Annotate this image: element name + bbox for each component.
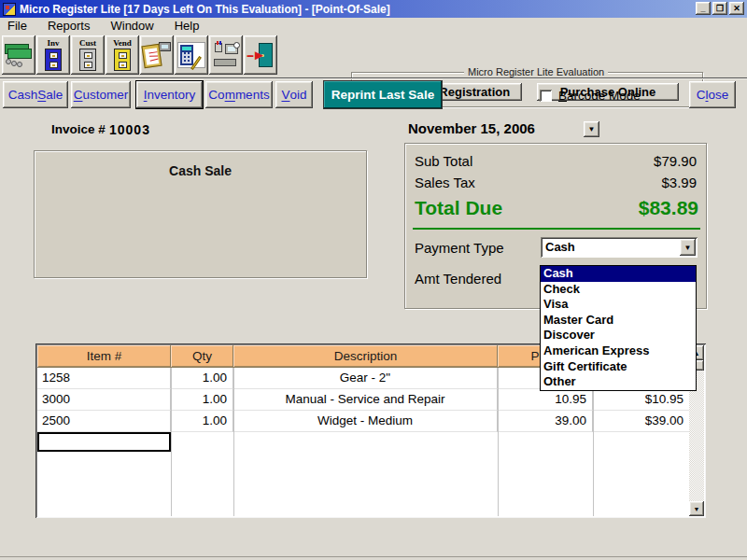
cell-item: 1258 xyxy=(37,368,171,389)
cell-price: 39.00 xyxy=(498,411,593,432)
payment-option[interactable]: Visa xyxy=(541,297,696,313)
amt-tendered-label: Amt Tendered xyxy=(415,271,501,287)
cell-qty: 1.00 xyxy=(171,368,233,389)
sub-total-label: Sub Total xyxy=(415,153,472,169)
register-setup-toolbar-button[interactable] xyxy=(209,35,243,75)
point-of-sale-toolbar-button[interactable] xyxy=(175,35,208,75)
payment-option[interactable]: Cash xyxy=(541,266,696,282)
payment-dropdown-button[interactable]: ▼ xyxy=(680,239,696,256)
menu-window[interactable]: Window xyxy=(110,19,153,33)
payment-type-value: Cash xyxy=(545,240,575,254)
cell-item: 3000 xyxy=(37,389,171,411)
total-due-value: $83.89 xyxy=(639,197,698,219)
payment-type-combobox[interactable]: Cash ▼ xyxy=(541,237,698,258)
customer-cabinet-icon xyxy=(79,49,96,71)
computer-register-icon xyxy=(212,42,240,68)
toolbar-separator-highlight xyxy=(0,78,747,79)
menu-help[interactable]: Help xyxy=(175,19,200,33)
toolbar: Inv Cust Vend xyxy=(0,34,747,77)
title-bar: Micro Register Lite [17 Days Left On Thi… xyxy=(0,0,747,18)
menu-bar: File Reports Window Help xyxy=(0,18,747,34)
tab-inventory[interactable]: Inventory xyxy=(136,81,203,108)
scroll-down-button[interactable]: ▼ xyxy=(689,501,704,516)
customer-cabinet-label: Cust xyxy=(79,39,96,48)
exit-door-icon: --► xyxy=(247,42,275,68)
sale-type-panel: Cash Sale xyxy=(34,150,367,278)
column-header-item[interactable]: Item # xyxy=(37,345,171,368)
barcode-mode-label[interactable]: Barcode Mode xyxy=(558,89,641,103)
menu-reports[interactable]: Reports xyxy=(48,19,91,33)
sale-date: November 15, 2006 xyxy=(408,120,535,136)
column-header-description[interactable]: Description xyxy=(233,345,498,368)
sales-tax-label: Sales Tax xyxy=(415,175,475,190)
window-title: Micro Register Lite [17 Days Left On Thi… xyxy=(20,3,390,16)
reprint-last-sale-button[interactable]: Reprint Last Sale xyxy=(323,80,443,109)
sale-type-title: Cash Sale xyxy=(35,163,366,178)
inventory-cabinet-icon xyxy=(45,49,62,71)
orders-toolbar-button[interactable] xyxy=(140,35,174,75)
menu-file[interactable]: File xyxy=(7,19,27,33)
sub-total-value: $79.90 xyxy=(654,153,697,169)
payment-dropdown-list: CashCheckVisaMaster CardDiscoverAmerican… xyxy=(540,265,697,391)
vendor-cabinet-icon xyxy=(114,49,131,71)
table-row[interactable]: 30001.00Manual - Service and Repair10.95… xyxy=(37,389,704,411)
money-icon xyxy=(5,43,33,67)
inventory-toolbar-button[interactable]: Inv xyxy=(36,35,70,75)
payment-option[interactable]: Master Card xyxy=(541,313,696,329)
close-window-button[interactable]: ✕ xyxy=(729,2,744,15)
restore-button[interactable]: ❐ xyxy=(712,2,727,15)
payment-option[interactable]: Gift Certificate xyxy=(541,359,696,375)
tab-customer[interactable]: Customer xyxy=(71,81,131,108)
cell-total: $10.95 xyxy=(593,389,690,411)
invoice-label: Invoice # xyxy=(51,122,106,136)
exit-toolbar-button[interactable]: --► xyxy=(244,35,277,75)
tab-void[interactable]: Void xyxy=(275,81,313,108)
app-icon[interactable] xyxy=(3,3,16,16)
clipboard-icon xyxy=(143,42,171,68)
column-header-qty[interactable]: Qty xyxy=(171,345,233,368)
payment-option[interactable]: Check xyxy=(541,282,696,298)
cell-description: Manual - Service and Repair xyxy=(233,389,498,411)
minimize-button[interactable]: _ xyxy=(696,2,711,15)
cell-item: 2500 xyxy=(37,411,171,432)
cell-qty: 1.00 xyxy=(171,411,233,432)
close-button[interactable]: Close xyxy=(689,81,736,108)
payment-option[interactable]: Discover xyxy=(541,328,696,343)
barcode-mode-checkbox[interactable] xyxy=(540,90,552,102)
column-divider xyxy=(233,368,234,516)
tab-cash-sale[interactable]: Cash Sale xyxy=(3,81,68,108)
cash-sale-toolbar-button[interactable] xyxy=(2,35,35,75)
tab-comments[interactable]: Comments xyxy=(205,81,273,108)
cell-description: Gear - 2" xyxy=(233,368,498,389)
payment-type-label: Payment Type xyxy=(415,240,504,256)
calculator-icon xyxy=(177,42,205,68)
payment-option[interactable]: American Express xyxy=(541,343,696,359)
cell-price: 10.95 xyxy=(498,389,593,411)
sales-tax-value: $3.99 xyxy=(661,175,697,190)
evaluation-group-title: Micro Register Lite Evaluation xyxy=(464,66,608,77)
cell-total: $39.00 xyxy=(593,411,690,432)
total-divider xyxy=(413,228,700,230)
window-bottom-edge xyxy=(0,556,747,557)
vendor-toolbar-button[interactable]: Vend xyxy=(106,35,139,75)
column-divider xyxy=(171,368,172,516)
vendor-cabinet-label: Vend xyxy=(113,39,132,48)
active-cell-selection[interactable] xyxy=(37,432,171,452)
date-dropdown-button[interactable]: ▼ xyxy=(584,121,599,137)
payment-option[interactable]: Other xyxy=(541,374,696,390)
cell-qty: 1.00 xyxy=(171,389,233,411)
invoice-number: 10003 xyxy=(109,122,150,137)
cell-description: Widget - Medium xyxy=(233,411,498,432)
table-row[interactable]: 25001.00Widget - Medium39.00$39.00 xyxy=(37,411,704,432)
total-due-label: Total Due xyxy=(415,197,502,219)
inventory-cabinet-label: Inv xyxy=(47,39,59,48)
column-divider xyxy=(498,368,499,516)
customer-toolbar-button[interactable]: Cust xyxy=(71,35,105,75)
